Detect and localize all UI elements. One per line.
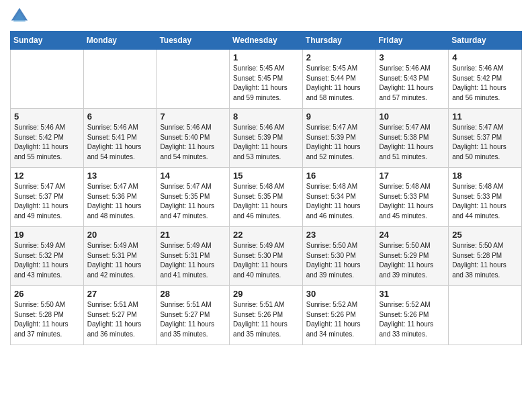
day-number: 5 (14, 111, 80, 122)
calendar-cell: 31Sunrise: 5:52 AM Sunset: 5:26 PM Dayli… (375, 286, 449, 345)
day-info: Sunrise: 5:51 AM Sunset: 5:26 PM Dayligh… (233, 300, 299, 339)
day-header-friday: Friday (375, 32, 449, 50)
calendar-week-row: 5Sunrise: 5:46 AM Sunset: 5:42 PM Daylig… (11, 109, 522, 168)
day-info: Sunrise: 5:45 AM Sunset: 5:44 PM Dayligh… (306, 64, 372, 103)
calendar-cell: 5Sunrise: 5:46 AM Sunset: 5:42 PM Daylig… (11, 109, 84, 168)
day-number: 21 (160, 230, 226, 240)
day-info: Sunrise: 5:48 AM Sunset: 5:33 PM Dayligh… (452, 182, 518, 221)
calendar-week-row: 26Sunrise: 5:50 AM Sunset: 5:28 PM Dayli… (11, 286, 522, 345)
day-number: 24 (380, 230, 445, 240)
calendar-week-row: 1Sunrise: 5:45 AM Sunset: 5:45 PM Daylig… (11, 50, 522, 109)
day-number: 4 (452, 52, 518, 62)
day-info: Sunrise: 5:47 AM Sunset: 5:39 PM Dayligh… (306, 123, 372, 162)
calendar-cell: 20Sunrise: 5:49 AM Sunset: 5:31 PM Dayli… (83, 227, 157, 286)
day-number: 12 (14, 171, 80, 181)
calendar-cell: 24Sunrise: 5:50 AM Sunset: 5:29 PM Dayli… (375, 227, 449, 286)
calendar-cell (11, 50, 84, 109)
day-info: Sunrise: 5:51 AM Sunset: 5:27 PM Dayligh… (87, 300, 153, 339)
day-number: 26 (14, 289, 80, 299)
day-info: Sunrise: 5:50 AM Sunset: 5:28 PM Dayligh… (14, 300, 80, 339)
day-info: Sunrise: 5:47 AM Sunset: 5:37 PM Dayligh… (14, 182, 80, 221)
day-number: 2 (306, 52, 372, 62)
day-info: Sunrise: 5:51 AM Sunset: 5:27 PM Dayligh… (160, 300, 226, 339)
day-info: Sunrise: 5:48 AM Sunset: 5:34 PM Dayligh… (306, 182, 372, 221)
day-number: 27 (87, 289, 153, 299)
calendar-cell: 6Sunrise: 5:46 AM Sunset: 5:41 PM Daylig… (83, 109, 157, 168)
day-number: 8 (233, 111, 299, 122)
day-info: Sunrise: 5:48 AM Sunset: 5:35 PM Dayligh… (233, 182, 299, 221)
calendar-cell: 27Sunrise: 5:51 AM Sunset: 5:27 PM Dayli… (83, 286, 157, 345)
day-number: 10 (380, 111, 445, 122)
day-info: Sunrise: 5:49 AM Sunset: 5:31 PM Dayligh… (160, 241, 226, 280)
day-number: 11 (452, 111, 518, 122)
day-info: Sunrise: 5:52 AM Sunset: 5:26 PM Dayligh… (306, 300, 372, 339)
calendar-table: SundayMondayTuesdayWednesdayThursdayFrid… (10, 31, 522, 345)
day-info: Sunrise: 5:48 AM Sunset: 5:33 PM Dayligh… (380, 182, 445, 221)
calendar-cell: 17Sunrise: 5:48 AM Sunset: 5:33 PM Dayli… (375, 168, 449, 227)
calendar-cell: 25Sunrise: 5:50 AM Sunset: 5:28 PM Dayli… (449, 227, 522, 286)
day-number: 19 (14, 230, 80, 240)
calendar-cell: 8Sunrise: 5:46 AM Sunset: 5:39 PM Daylig… (230, 109, 303, 168)
day-number: 7 (160, 111, 226, 122)
day-info: Sunrise: 5:52 AM Sunset: 5:26 PM Dayligh… (380, 300, 445, 339)
calendar-cell (157, 50, 230, 109)
calendar-cell: 28Sunrise: 5:51 AM Sunset: 5:27 PM Dayli… (157, 286, 230, 345)
calendar-header-row: SundayMondayTuesdayWednesdayThursdayFrid… (11, 32, 522, 50)
day-number: 31 (380, 289, 445, 299)
day-number: 20 (87, 230, 153, 240)
calendar-cell: 15Sunrise: 5:48 AM Sunset: 5:35 PM Dayli… (230, 168, 303, 227)
day-header-saturday: Saturday (449, 32, 522, 50)
day-info: Sunrise: 5:49 AM Sunset: 5:30 PM Dayligh… (233, 241, 299, 280)
day-header-tuesday: Tuesday (157, 32, 230, 50)
header (10, 7, 522, 26)
day-number: 18 (452, 171, 518, 181)
calendar-cell: 11Sunrise: 5:47 AM Sunset: 5:37 PM Dayli… (449, 109, 522, 168)
day-info: Sunrise: 5:46 AM Sunset: 5:40 PM Dayligh… (160, 123, 226, 162)
calendar-cell: 30Sunrise: 5:52 AM Sunset: 5:26 PM Dayli… (302, 286, 375, 345)
day-header-sunday: Sunday (11, 32, 84, 50)
day-number: 30 (306, 289, 372, 299)
day-number: 23 (306, 230, 372, 240)
calendar-cell: 29Sunrise: 5:51 AM Sunset: 5:26 PM Dayli… (230, 286, 303, 345)
day-header-thursday: Thursday (302, 32, 375, 50)
calendar-cell: 4Sunrise: 5:46 AM Sunset: 5:42 PM Daylig… (449, 50, 522, 109)
day-info: Sunrise: 5:45 AM Sunset: 5:45 PM Dayligh… (233, 64, 299, 103)
day-number: 14 (160, 171, 226, 181)
day-info: Sunrise: 5:46 AM Sunset: 5:39 PM Dayligh… (233, 123, 299, 162)
day-info: Sunrise: 5:46 AM Sunset: 5:41 PM Dayligh… (87, 123, 153, 162)
calendar-cell: 1Sunrise: 5:45 AM Sunset: 5:45 PM Daylig… (230, 50, 303, 109)
day-info: Sunrise: 5:47 AM Sunset: 5:36 PM Dayligh… (87, 182, 153, 221)
calendar-week-row: 19Sunrise: 5:49 AM Sunset: 5:32 PM Dayli… (11, 227, 522, 286)
calendar-cell: 23Sunrise: 5:50 AM Sunset: 5:30 PM Dayli… (302, 227, 375, 286)
calendar-cell (449, 286, 522, 345)
day-number: 15 (233, 171, 299, 181)
day-info: Sunrise: 5:50 AM Sunset: 5:30 PM Dayligh… (306, 241, 372, 280)
day-number: 17 (380, 171, 445, 181)
day-number: 3 (380, 52, 445, 62)
day-header-monday: Monday (83, 32, 157, 50)
day-number: 25 (452, 230, 518, 240)
calendar-cell: 10Sunrise: 5:47 AM Sunset: 5:38 PM Dayli… (375, 109, 449, 168)
day-info: Sunrise: 5:49 AM Sunset: 5:32 PM Dayligh… (14, 241, 80, 280)
calendar-cell: 3Sunrise: 5:46 AM Sunset: 5:43 PM Daylig… (375, 50, 449, 109)
day-info: Sunrise: 5:49 AM Sunset: 5:31 PM Dayligh… (87, 241, 153, 280)
day-number: 29 (233, 289, 299, 299)
calendar-cell: 16Sunrise: 5:48 AM Sunset: 5:34 PM Dayli… (302, 168, 375, 227)
calendar-cell: 2Sunrise: 5:45 AM Sunset: 5:44 PM Daylig… (302, 50, 375, 109)
day-number: 1 (233, 52, 299, 62)
day-info: Sunrise: 5:46 AM Sunset: 5:42 PM Dayligh… (14, 123, 80, 162)
calendar-cell: 7Sunrise: 5:46 AM Sunset: 5:40 PM Daylig… (157, 109, 230, 168)
day-info: Sunrise: 5:46 AM Sunset: 5:43 PM Dayligh… (380, 64, 445, 103)
calendar-cell: 9Sunrise: 5:47 AM Sunset: 5:39 PM Daylig… (302, 109, 375, 168)
day-info: Sunrise: 5:50 AM Sunset: 5:29 PM Dayligh… (380, 241, 445, 280)
calendar-week-row: 12Sunrise: 5:47 AM Sunset: 5:37 PM Dayli… (11, 168, 522, 227)
day-number: 13 (87, 171, 153, 181)
calendar-cell: 13Sunrise: 5:47 AM Sunset: 5:36 PM Dayli… (83, 168, 157, 227)
calendar-cell: 18Sunrise: 5:48 AM Sunset: 5:33 PM Dayli… (449, 168, 522, 227)
page-container: SundayMondayTuesdayWednesdayThursdayFrid… (0, 0, 532, 355)
logo (10, 7, 32, 26)
day-info: Sunrise: 5:50 AM Sunset: 5:28 PM Dayligh… (452, 241, 518, 280)
day-info: Sunrise: 5:46 AM Sunset: 5:42 PM Dayligh… (452, 64, 518, 103)
day-number: 28 (160, 289, 226, 299)
logo-icon (10, 7, 29, 26)
